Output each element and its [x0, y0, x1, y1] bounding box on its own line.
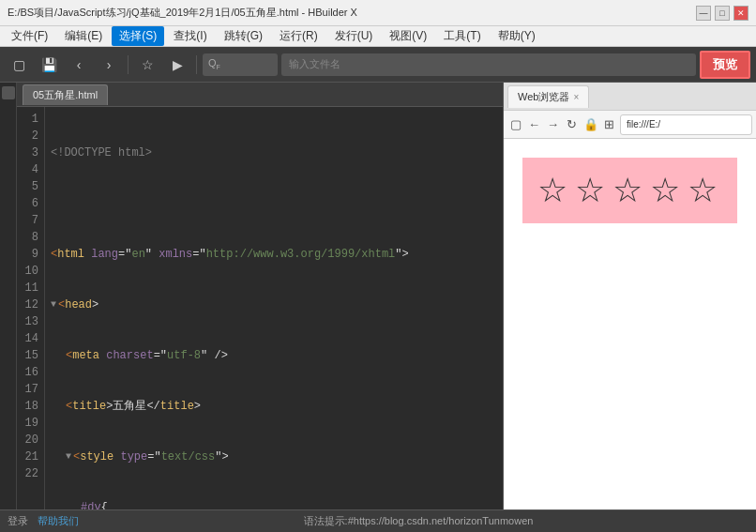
browser-screenshot-button[interactable]: ▢ — [507, 114, 523, 135]
preview-button[interactable]: 预览 — [700, 51, 750, 79]
new-file-button[interactable]: ▢ — [6, 52, 32, 78]
browser-grid-button[interactable]: ⊞ — [601, 114, 617, 135]
code-line-7: ▼<style type="text/css"> — [51, 448, 497, 465]
token: > — [92, 296, 98, 313]
token: style — [80, 448, 113, 465]
browser-lock-button[interactable]: 🔒 — [582, 114, 598, 135]
token — [113, 448, 120, 465]
bookmark-button[interactable]: ☆ — [134, 52, 160, 78]
token: " /> — [201, 347, 228, 364]
filename-placeholder: 输入文件名 — [289, 57, 340, 71]
token: =" — [154, 347, 167, 364]
ln-7: 7 — [23, 212, 38, 229]
ln-1: 1 — [23, 111, 38, 128]
ln-19: 19 — [23, 415, 38, 432]
star-4[interactable]: ☆ — [650, 171, 680, 210]
ln-8: 8 — [23, 229, 38, 246]
hint-text: 语法提示:#https://blog.csdn.net/horizonTunmo… — [304, 515, 534, 526]
browser-content: ☆ ☆ ☆ ☆ ☆ — [504, 139, 756, 509]
browser-tab-close[interactable]: × — [573, 92, 579, 102]
fold-4[interactable]: ▼ — [51, 296, 56, 313]
menu-file[interactable]: 文件(F) — [4, 26, 55, 46]
ln-5: 5 — [23, 178, 38, 195]
fold-7[interactable]: ▼ — [66, 448, 71, 465]
token: <!DOCTYPE html> — [51, 144, 152, 161]
menu-select[interactable]: 选择(S) — [112, 26, 164, 46]
search-icon: QF — [208, 57, 220, 70]
save-button[interactable]: 💾 — [36, 52, 62, 78]
star-box: ☆ ☆ ☆ ☆ ☆ — [522, 158, 737, 223]
token: < — [58, 296, 65, 313]
ln-2: 2 — [23, 128, 38, 144]
forward-button[interactable]: › — [96, 52, 122, 78]
browser-toolbar: ▢ ← → ↻ 🔒 ⊞ — [504, 111, 756, 139]
menu-run[interactable]: 运行(R) — [272, 26, 325, 46]
help-link[interactable]: 帮助我们 — [38, 514, 79, 528]
menu-bar: 文件(F) 编辑(E) 选择(S) 查找(I) 跳转(G) 运行(R) 发行(U… — [0, 26, 756, 47]
menu-view[interactable]: 视图(V) — [382, 26, 434, 46]
browser-back-button[interactable]: ← — [526, 114, 542, 135]
code-area: 1 2 3 4 5 6 7 8 9 10 11 12 13 14 15 16 1… — [17, 107, 503, 509]
menu-find[interactable]: 查找(I) — [166, 26, 214, 46]
login-link[interactable]: 登录 — [8, 514, 28, 528]
ln-18: 18 — [23, 398, 38, 415]
menu-help[interactable]: 帮助(Y) — [491, 26, 543, 46]
token: meta — [72, 347, 99, 364]
ln-4: 4 — [23, 161, 38, 178]
file-tab-bar: 05五角星.html — [17, 83, 503, 107]
star-2[interactable]: ☆ — [575, 171, 605, 210]
filename-input[interactable]: 输入文件名 — [281, 53, 696, 76]
code-content[interactable]: <!DOCTYPE html> <html lang="en" xmlns="h… — [45, 107, 503, 509]
star-3[interactable]: ☆ — [612, 171, 643, 210]
token: < — [51, 246, 57, 263]
ln-20: 20 — [23, 432, 38, 448]
token: >五角星</ — [106, 398, 160, 415]
left-gutter — [0, 83, 17, 509]
token: xmlns — [159, 246, 192, 263]
status-center: 语法提示:#https://blog.csdn.net/horizonTunmo… — [88, 514, 748, 528]
token: head — [65, 296, 92, 313]
token: title — [160, 398, 194, 415]
browser-refresh-button[interactable]: ↻ — [564, 114, 580, 135]
menu-publish[interactable]: 发行(U) — [327, 26, 381, 46]
status-left: 登录 帮助我们 — [8, 514, 79, 528]
maximize-button[interactable]: □ — [715, 6, 730, 21]
code-line-4: ▼<head> — [51, 296, 497, 313]
close-button[interactable]: ✕ — [733, 6, 748, 21]
code-line-2 — [51, 195, 497, 212]
token: http://www.w3.org/1999/xhtml — [206, 246, 396, 263]
browser-forward-button[interactable]: → — [545, 114, 561, 135]
ln-9: 9 — [23, 246, 38, 263]
token: html — [57, 246, 84, 263]
search-box: QF — [203, 53, 278, 76]
file-tab-item[interactable]: 05五角星.html — [23, 84, 108, 105]
star-1[interactable]: ☆ — [537, 171, 567, 210]
token: title — [72, 398, 106, 415]
browser-url-input[interactable] — [620, 114, 752, 135]
token: type — [120, 448, 147, 465]
toolbar: ▢ 💾 ‹ › ☆ ▶ QF 输入文件名 预览 — [0, 47, 756, 83]
browser-tab[interactable]: Web浏览器 × — [507, 85, 589, 108]
ln-21: 21 — [23, 448, 38, 465]
line-numbers: 1 2 3 4 5 6 7 8 9 10 11 12 13 14 15 16 1… — [17, 107, 45, 509]
title-bar: E:/BS项目/JavaScript练习/jQ基础_2019年2月1日/05五角… — [0, 0, 756, 26]
search-input[interactable] — [223, 59, 270, 70]
back-button[interactable]: ‹ — [66, 52, 92, 78]
ln-6: 6 — [23, 195, 38, 212]
star-5[interactable]: ☆ — [688, 171, 718, 210]
token: < — [73, 448, 80, 465]
menu-goto[interactable]: 跳转(G) — [217, 26, 270, 46]
menu-edit[interactable]: 编辑(E) — [57, 26, 110, 46]
token — [99, 347, 106, 364]
minimize-button[interactable]: — — [696, 6, 711, 21]
ln-12: 12 — [23, 296, 38, 313]
code-line-5: <meta charset="utf-8" /> — [51, 347, 497, 364]
run-button[interactable]: ▶ — [164, 52, 190, 78]
token: " — [145, 246, 159, 263]
ln-22: 22 — [23, 465, 38, 482]
token: { — [101, 499, 108, 509]
menu-tools[interactable]: 工具(T) — [436, 26, 488, 46]
code-line-8: #dv{ — [51, 499, 497, 509]
ln-16: 16 — [23, 364, 38, 381]
token: text/css — [161, 448, 216, 465]
